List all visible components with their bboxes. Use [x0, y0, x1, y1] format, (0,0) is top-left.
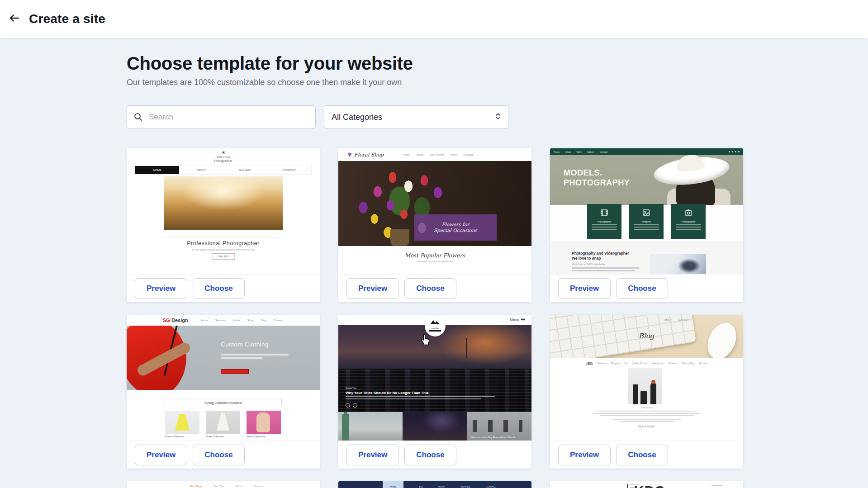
section-heading: Choose template for your website	[127, 53, 743, 74]
mock-nav: HOME ABOUT GALLERY CONTACT	[135, 166, 312, 175]
mock-red-button	[221, 369, 249, 374]
mock-hero-title: MODELS.	[564, 168, 602, 177]
mock-post-tag: Social Tips	[346, 387, 495, 389]
film-icon	[600, 210, 608, 218]
mock-product-label: Dress Collections	[165, 435, 185, 438]
choose-button[interactable]: Choose	[193, 278, 244, 299]
back-button[interactable]	[5, 9, 24, 29]
template-grid: ✳ John Clark Photographer HOME ABOUT GAL…	[127, 148, 743, 488]
image-icon	[642, 210, 650, 218]
mock-title: Professional Photographer	[127, 240, 320, 246]
choose-button[interactable]: Choose	[616, 445, 668, 465]
mock-feature-card: Imagery	[629, 204, 664, 239]
page-title: Create a site	[29, 12, 105, 26]
template-thumbnail-photographer: ✳ John Clark Photographer HOME ABOUT GAL…	[127, 148, 320, 274]
mock-script-logo: Blog	[639, 332, 654, 340]
mock-nav: HOME BIO WORK AWARDS CONTACT	[338, 481, 531, 488]
mock-hero-title: PHOTOGRAPHY	[564, 178, 630, 187]
mock-hero-image: Social Tips Why Your Titles Should Be No…	[338, 325, 531, 412]
choose-button[interactable]: Choose	[193, 445, 244, 465]
mock-menu: Menu	[510, 317, 525, 322]
template-thumbnail-floral-shop: ✾ Floral Shop Home About Our Flowers Sto…	[338, 148, 531, 274]
hamburger-icon	[521, 317, 525, 322]
preview-button[interactable]: Preview	[346, 278, 399, 299]
mock-product-image	[165, 411, 199, 434]
template-card-sg-design: SG Design Home Services About Store Blog…	[127, 315, 320, 469]
template-card-desk-blog: ABOUTCONTACT Blog TMK Features Blogging …	[550, 315, 743, 469]
template-card-floral-shop: ✾ Floral Shop Home About Our Flowers Sto…	[338, 148, 531, 302]
mock-overlay-box: Flowers for Special Occasions	[414, 214, 497, 241]
choose-button[interactable]: Choose	[404, 278, 456, 299]
mock-thumb-statue	[338, 412, 403, 441]
mock-nav: TMK Features Blogging You Quality School…	[550, 358, 743, 368]
mock-hero-image	[164, 176, 283, 230]
camera-icon	[684, 210, 693, 218]
mock-body-title: We love to snap	[572, 256, 601, 261]
filter-controls: All Categories	[127, 105, 743, 129]
template-thumbnail-models-photography: Home About Work Gallery Contact MODELS	[550, 148, 743, 274]
mock-logo: KDC	[634, 483, 665, 488]
mock-product-image	[206, 411, 240, 434]
mock-feature-card: Videography	[587, 204, 621, 239]
chevron-up-down-icon	[494, 112, 502, 123]
carousel-arrows	[346, 403, 357, 407]
template-card-photographer: ✳ John Clark Photographer HOME ABOUT GAL…	[127, 148, 320, 302]
keyboard-graphic	[550, 315, 696, 358]
mock-thumb-skilift: Welcome to Our Blog Feature Post 1 Plus …	[467, 412, 531, 441]
mock-logo: SG Design	[163, 317, 188, 323]
mock-body-image	[650, 254, 706, 274]
search-input[interactable]	[127, 105, 316, 129]
template-card-travel-blog: Menu travel blog Social Tips	[338, 315, 531, 469]
template-card-kdc-site: KDC	[550, 481, 743, 488]
preview-button[interactable]: Preview	[558, 445, 611, 465]
template-thumbnail-tabbed-site: Main Page Tech Tips About Contact	[127, 481, 320, 488]
mock-nav: Home About Our Flowers Store Contact	[403, 153, 473, 156]
mock-hero-image: Flowers for Special Occasions	[338, 161, 531, 246]
mock-post-title: Why Your Titles Should Be No Longer Than…	[346, 391, 495, 395]
mock-hero-image: ABOUTCONTACT Blog	[550, 315, 743, 358]
preview-button[interactable]: Preview	[558, 278, 611, 299]
mock-product-image	[247, 411, 281, 434]
content-area: Choose template for your website Our tem…	[0, 38, 868, 488]
mock-hero-image: MODELS. PHOTOGRAPHY	[550, 155, 743, 205]
choose-button[interactable]: Choose	[404, 445, 456, 465]
category-select[interactable]: All Categories	[324, 105, 508, 129]
mock-read-more: READ MORE	[550, 425, 743, 428]
top-bar: Create a site	[0, 0, 868, 38]
search-box	[127, 105, 316, 129]
preview-button[interactable]: Preview	[346, 445, 399, 465]
preview-button[interactable]: Preview	[135, 278, 187, 299]
arrow-left-icon	[9, 12, 20, 26]
template-card-navy-portfolio: HOME BIO WORK AWARDS CONTACT	[338, 481, 531, 488]
mock-button: GALLERY	[212, 253, 235, 260]
mock-section-subtitle: A bouquet of favourites we all loved	[338, 260, 531, 263]
mock-logo-line: Photographer	[127, 159, 320, 163]
mock-logo-line: John Clark	[127, 156, 320, 159]
mock-hero-title: Custom Clothing	[221, 341, 269, 348]
section-subheading: Our templates are 100% customizable so c…	[127, 78, 743, 87]
mock-nav: Home About Work Gallery Contact	[550, 148, 743, 155]
mock-thumb-caption: Welcome to Our Blog Feature Post 1 Plus …	[471, 436, 516, 439]
template-thumbnail-sg-design: SG Design Home Services About Store Blog…	[127, 315, 320, 441]
mock-caption: Hair Stylists	[550, 406, 743, 409]
mock-product-label: Swim Collections	[247, 435, 266, 438]
search-icon	[133, 112, 143, 123]
mock-hero-image: Custom Clothing	[127, 326, 320, 390]
template-thumbnail-travel-blog: Menu travel blog Social Tips	[338, 315, 531, 441]
template-card-models-photography: Home About Work Gallery Contact MODELS	[550, 148, 743, 302]
mock-section-title: Most Popular Flowers	[338, 252, 531, 259]
category-select-value: All Categories	[332, 113, 494, 122]
mock-thumb-nightsky	[403, 412, 467, 441]
choose-button[interactable]: Choose	[616, 278, 668, 299]
template-thumbnail-navy-portfolio: HOME BIO WORK AWARDS CONTACT	[338, 481, 531, 488]
mock-feature-card: Photography	[671, 204, 706, 239]
mock-body-title: Photography and Videographer	[572, 251, 629, 256]
mock-tagline: Let the sights of your world get picture…	[127, 248, 320, 251]
flower-icon: ✾	[347, 152, 352, 158]
mouse-graphic	[702, 318, 741, 358]
mock-tabs: Main Page Tech Tips About Contact	[190, 485, 263, 488]
mock-banner: Spring Collection Available	[165, 399, 282, 406]
template-thumbnail-desk-blog: ABOUTCONTACT Blog TMK Features Blogging …	[550, 315, 743, 441]
preview-button[interactable]: Preview	[135, 445, 187, 465]
mock-body-subtitle: Welcome to 100% available	[572, 263, 605, 265]
